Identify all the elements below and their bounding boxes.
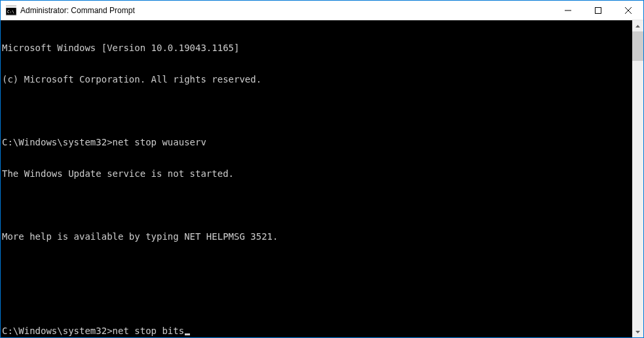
window-title: Administrator: Command Prompt [20,6,135,15]
terminal-line: C:\Windows\system32>net stop wuauserv [2,137,631,147]
terminal-output[interactable]: Microsoft Windows [Version 10.0.19043.11… [1,20,632,337]
scrollbar-down-arrow-icon[interactable] [632,326,643,337]
terminal-line [2,263,631,273]
close-button[interactable] [613,1,643,20]
window-frame: C:\ Administrator: Command Prompt Micros… [0,0,644,338]
scrollbar-up-arrow-icon[interactable] [632,20,643,31]
terminal-line [2,294,631,305]
window-controls [553,1,643,20]
terminal-line: The Windows Update service is not starte… [2,168,631,179]
terminal-line: (c) Microsoft Corporation. All rights re… [2,74,631,84]
svg-marker-7 [635,25,640,28]
svg-rect-4 [596,7,601,13]
vertical-scrollbar[interactable] [632,20,643,337]
maximize-button[interactable] [583,1,613,20]
text-cursor [185,333,190,335]
terminal-line: More help is available by typing NET HEL… [2,231,631,242]
terminal-line [2,105,631,116]
minimize-button[interactable] [553,1,583,20]
client-area: Microsoft Windows [Version 10.0.19043.11… [1,20,643,337]
terminal-current-line: C:\Windows\system32>net stop bits [2,326,631,336]
terminal-line-text: C:\Windows\system32>net stop bits [2,326,184,336]
terminal-line [2,200,631,210]
scrollbar-thumb[interactable] [632,31,643,61]
svg-marker-8 [635,331,640,333]
cmd-icon: C:\ [6,5,16,16]
terminal-line: Microsoft Windows [Version 10.0.19043.11… [2,43,631,53]
svg-rect-1 [6,6,16,8]
titlebar[interactable]: C:\ Administrator: Command Prompt [1,1,643,20]
svg-text:C:\: C:\ [7,9,14,14]
